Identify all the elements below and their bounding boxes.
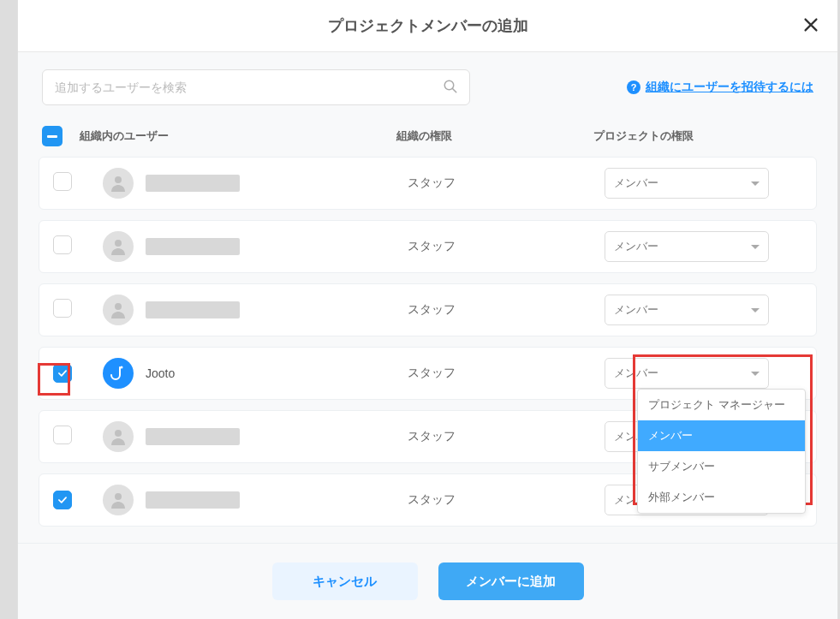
chevron-down-icon	[751, 308, 760, 312]
chevron-down-icon	[751, 245, 760, 249]
project-role-value: メンバー	[614, 366, 658, 381]
dropdown-option[interactable]: メンバー	[638, 420, 805, 451]
add-member-modal: プロジェクトメンバーの追加 ? 組織にユーザーを招待するには 組織内のユーザー …	[17, 0, 838, 619]
search-icon	[443, 79, 458, 94]
svg-point-3	[115, 240, 122, 247]
project-role-select[interactable]: メンバー	[605, 231, 769, 262]
project-role-select[interactable]: メンバー	[605, 295, 769, 325]
modal-title: プロジェクトメンバーの追加	[18, 15, 837, 36]
svg-point-6	[115, 430, 122, 437]
row-checkbox[interactable]	[53, 299, 72, 318]
column-header-project: プロジェクトの権限	[593, 128, 813, 144]
user-row: スタッフメンバー	[39, 220, 817, 273]
project-role-value: メンバー	[614, 239, 658, 254]
svg-line-1	[452, 88, 456, 92]
master-checkbox[interactable]	[42, 126, 63, 146]
dropdown-option[interactable]: プロジェクト マネージャー	[638, 390, 805, 420]
project-role-select[interactable]: メンバー	[605, 168, 769, 199]
avatar	[103, 295, 134, 325]
add-members-button[interactable]: メンバーに追加	[438, 562, 584, 600]
check-icon	[57, 494, 69, 506]
project-role-value: メンバー	[614, 302, 658, 318]
user-name-redacted	[146, 175, 240, 192]
svg-point-4	[115, 303, 122, 310]
user-name-redacted	[146, 491, 240, 509]
chevron-down-icon	[751, 182, 760, 186]
svg-point-7	[115, 493, 122, 500]
svg-point-5	[121, 366, 123, 369]
avatar	[103, 168, 134, 199]
help-icon: ?	[627, 80, 640, 94]
indeterminate-icon	[47, 135, 57, 138]
user-name: Jooto	[146, 366, 175, 380]
column-header-org: 組織の権限	[396, 128, 593, 144]
avatar	[103, 231, 134, 262]
dropdown-option[interactable]: サブメンバー	[638, 451, 805, 482]
user-name-redacted	[146, 238, 240, 255]
search-box	[42, 69, 470, 105]
invite-users-link[interactable]: ? 組織にユーザーを招待するには	[627, 80, 813, 95]
user-name-redacted	[146, 301, 240, 318]
avatar	[103, 358, 134, 389]
project-role-value: メンバー	[614, 176, 658, 191]
search-input[interactable]	[42, 69, 470, 105]
row-checkbox[interactable]	[53, 364, 72, 383]
chevron-down-icon	[751, 372, 760, 376]
close-button[interactable]	[801, 15, 820, 34]
org-permission: スタッフ	[408, 239, 605, 254]
project-role-dropdown[interactable]: プロジェクト マネージャーメンバーサブメンバー外部メンバー	[637, 389, 806, 514]
svg-point-2	[115, 176, 122, 183]
table-header: 組織内のユーザー 組織の権限 プロジェクトの権限	[18, 114, 837, 157]
org-permission: スタッフ	[408, 302, 605, 318]
user-name-redacted	[146, 428, 240, 445]
org-permission: スタッフ	[408, 176, 605, 191]
check-icon	[57, 367, 69, 379]
org-permission: スタッフ	[408, 429, 605, 444]
project-role-select[interactable]: メンバー	[605, 358, 769, 389]
avatar	[103, 485, 134, 515]
modal-footer: キャンセル メンバーに追加	[18, 543, 837, 619]
modal-header: プロジェクトメンバーの追加	[18, 0, 837, 52]
search-row: ? 組織にユーザーを招待するには	[18, 52, 837, 114]
cancel-button[interactable]: キャンセル	[272, 562, 418, 600]
close-icon	[801, 15, 820, 34]
row-checkbox[interactable]	[53, 235, 72, 254]
column-header-user: 組織内のユーザー	[80, 128, 396, 144]
org-permission: スタッフ	[408, 366, 605, 381]
row-checkbox[interactable]	[53, 172, 72, 191]
org-permission: スタッフ	[408, 492, 605, 508]
invite-link-label: 組織にユーザーを招待するには	[646, 80, 813, 95]
user-row: スタッフメンバー	[39, 157, 817, 210]
user-row: スタッフメンバー	[39, 283, 817, 336]
row-checkbox[interactable]	[53, 426, 72, 444]
avatar	[103, 421, 134, 452]
dropdown-option[interactable]: 外部メンバー	[638, 482, 805, 513]
row-checkbox[interactable]	[53, 491, 72, 509]
